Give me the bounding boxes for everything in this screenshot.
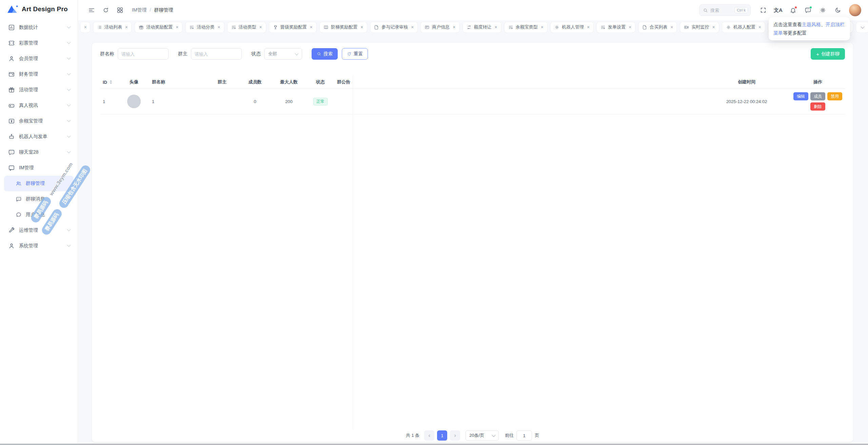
create-group-button[interactable]: + 创建群聊 [811,48,845,60]
sidebar-item-system-management[interactable]: 系统管理 [4,238,74,254]
close-icon[interactable]: × [670,25,673,30]
next-page-button[interactable]: › [450,430,460,441]
search-button[interactable]: 搜索 [312,48,338,60]
messages-button[interactable] [802,4,814,17]
search-input[interactable] [710,8,728,13]
disable-button[interactable]: 禁用 [827,92,842,100]
page-size-select[interactable]: 20条/页 [466,430,499,441]
app-title: Art Design Pro [22,5,68,13]
close-icon[interactable]: × [495,25,497,30]
sidebar-item-ops-management[interactable]: 运维管理 [4,222,74,238]
tab-activity-type[interactable]: 活动类型× [228,22,266,33]
cell-group-name: 1 [149,95,215,108]
tab-participation-review[interactable]: 参与记录审核× [370,22,417,33]
column-header-announcement: 群公告 [334,75,703,89]
column-header-status: 状态 [307,75,334,89]
refresh-page-button[interactable] [99,4,112,17]
goto-unit: 页 [535,432,539,439]
table-row: 1 1 0 200 正常 2025-12-22 00:24:02 编辑 成员 [100,89,845,114]
tab-group-buy-list[interactable]: 合买列表× [638,22,677,33]
theme-style-link[interactable]: 主题风格 [802,22,821,27]
delete-button[interactable]: 删除 [810,102,825,111]
users-icon [16,180,22,187]
sidebar-item-finance[interactable]: 财务管理 [4,66,74,82]
status-label: 状态 [251,51,261,57]
collapse-sidebar-button[interactable] [85,4,98,17]
sidebar-item-chatroom28[interactable]: 聊天室28 [4,144,74,160]
tab-activity-list[interactable]: 活动列表× [93,22,132,33]
close-icon[interactable]: × [712,25,715,30]
sidebar-item-robot-dispatch[interactable]: 机器人与发单 [4,129,74,144]
fullscreen-button[interactable] [757,4,770,17]
sort-icon[interactable] [110,80,112,84]
prev-page-button[interactable]: ‹ [424,430,434,441]
transfer-icon [467,25,472,30]
tabs-overflow-button[interactable] [856,22,868,33]
close-icon[interactable]: × [176,25,178,30]
close-icon[interactable]: × [84,25,87,30]
notifications-button[interactable] [787,4,800,17]
close-icon[interactable]: × [758,25,761,30]
close-icon[interactable]: × [125,25,128,30]
dark-mode-button[interactable] [831,4,844,17]
group-name-label: 群名称 [100,51,114,57]
tab-realtime-monitor[interactable]: 实时监控× [680,22,718,33]
sidebar-item-yuebao[interactable]: 余额宝管理 [4,113,74,129]
tab-promotion-reward-config[interactable]: 晋级奖励配置× [269,22,316,33]
tab-robot-config[interactable]: 机器人配置× [722,22,765,33]
sidebar-item-live-video[interactable]: 真人视讯 [4,98,74,113]
chevron-left-icon: ‹ [429,432,430,439]
goto-page-input[interactable] [516,430,532,441]
cell-max-members: 200 [271,95,307,108]
gear-icon [820,7,826,14]
sidebar-item-data-statistics[interactable]: 数据统计 [4,20,74,35]
page-1-button[interactable]: 1 [437,430,447,441]
breadcrumb-parent[interactable]: IM管理 [132,7,147,13]
edit-button[interactable]: 编辑 [793,92,808,100]
sidebar-item-activity[interactable]: 活动管理 [4,82,74,98]
close-icon[interactable]: × [453,25,455,30]
tab-clipped[interactable]: × [80,22,90,33]
tab-yuebao-type[interactable]: 余额宝类型× [505,22,547,33]
tab-dispatch-settings[interactable]: 发单设置× [597,22,635,33]
cell-actions: 编辑 成员 禁用 删除 [791,89,845,114]
tab-robot-management[interactable]: 机器人管理× [551,22,593,33]
global-search[interactable]: Ctrl k [699,4,751,16]
group-name-input[interactable] [118,48,169,60]
column-header-member-count: 成员数 [239,75,271,89]
chevron-down-icon [67,134,71,138]
user-avatar[interactable] [849,4,861,16]
close-icon[interactable]: × [217,25,220,30]
close-icon[interactable]: × [541,25,544,30]
reset-button[interactable]: 重置 [342,48,368,60]
tab-activity-category[interactable]: 活动分类× [185,22,224,33]
status-select[interactable]: 全部 [264,48,302,60]
chevron-down-icon [295,52,298,55]
close-icon[interactable]: × [587,25,590,30]
column-header-id[interactable]: ID [100,75,119,89]
apps-grid-button[interactable] [114,4,126,17]
tab-activity-reward-config[interactable]: 活动奖励配置× [135,22,182,33]
close-icon[interactable]: × [360,25,363,30]
chevron-down-icon [67,150,71,153]
owner-input[interactable] [191,48,242,60]
settings-button[interactable] [816,4,829,17]
document-icon [642,25,647,30]
trophy-icon [273,25,278,30]
close-icon[interactable]: × [629,25,631,30]
tab-quota-transfer[interactable]: 额度转让× [463,22,501,33]
close-icon[interactable]: × [411,25,414,30]
tab-ladder-reward-config[interactable]: 阶梯奖励配置× [320,22,367,33]
language-button[interactable]: 文A [772,4,785,17]
cell-avatar [119,95,149,108]
sidebar-item-lottery[interactable]: 彩票管理 [4,35,74,51]
app-logo[interactable]: Art Design Pro [4,3,74,20]
breadcrumb: IM管理 / 群聊管理 [132,7,173,13]
hamburger-icon [88,7,95,14]
table-header-row: ID 头像 群名称 群主 成员数 最大人数 状态 群公告 创建时间 操作 [100,75,845,89]
close-icon[interactable]: × [259,25,262,30]
members-button[interactable]: 成员 [810,92,825,100]
sidebar-item-members[interactable]: 会员管理 [4,51,74,66]
tab-merchant-info[interactable]: 商户信息× [421,22,459,33]
close-icon[interactable]: × [310,25,313,30]
